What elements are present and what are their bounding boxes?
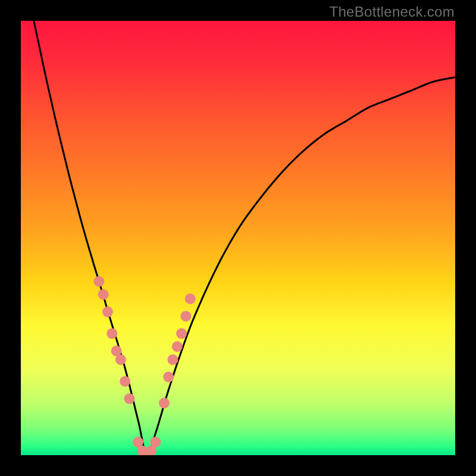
highlight-dot xyxy=(185,293,196,304)
highlight-dot xyxy=(98,289,109,300)
highlight-dot xyxy=(168,354,178,365)
plot-area xyxy=(21,21,455,455)
highlight-dot xyxy=(176,328,187,339)
curve-layer xyxy=(21,21,455,455)
highlight-dot xyxy=(180,311,191,321)
highlight-dot xyxy=(93,276,104,287)
highlight-dot xyxy=(163,372,174,383)
highlight-dot xyxy=(120,376,130,387)
highlight-dot xyxy=(107,328,117,339)
highlight-dot xyxy=(102,306,113,317)
watermark-text: TheBottleneck.com xyxy=(329,4,455,20)
highlight-dot xyxy=(172,342,183,352)
highlight-dot xyxy=(159,397,170,408)
highlight-dot xyxy=(124,393,135,404)
highlight-dot xyxy=(115,354,126,365)
bottleneck-curve xyxy=(34,21,455,455)
highlight-dot xyxy=(150,437,161,447)
outer-frame: TheBottleneck.com xyxy=(0,0,476,476)
highlight-dots xyxy=(93,276,195,455)
